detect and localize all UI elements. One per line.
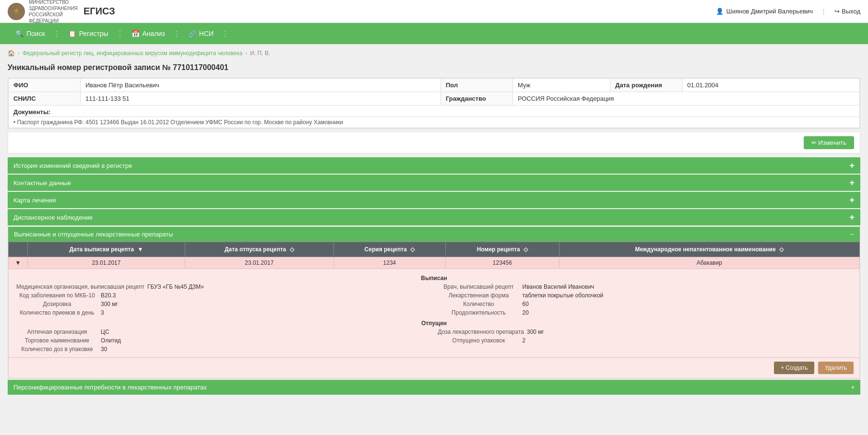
dispensed-r-label-1: Отпущено упаковок — [438, 337, 520, 344]
drug-table: Дата выписки рецепта ▼ Дата отпуска реце… — [8, 242, 860, 378]
sort-series-icon: ◇ — [410, 246, 415, 253]
analysis-icon: 📅 — [131, 30, 140, 37]
issued-r-label-3: Продолжительность — [438, 309, 520, 316]
edit-button-area: ✏ Изменить — [8, 132, 860, 153]
th-number[interactable]: Номер рецепта ◇ — [446, 242, 559, 257]
dispensed-value-0: ЦС — [101, 329, 109, 335]
drug-bottom-buttons: + Создать Удалить — [9, 357, 859, 378]
sort-date-dispensed-icon: ◇ — [290, 246, 294, 253]
ministry-name: МИНИСТЕРСТВО ЗДРАВООХРАНЕНИЯ РОССИЙСКОЙ … — [29, 0, 72, 24]
doc-text: • Паспорт гражданина РФ: 4501 123466 Выд… — [9, 117, 860, 128]
dispensed-r-value-1: 2 — [523, 337, 526, 344]
edit-button[interactable]: ✏ Изменить — [804, 136, 854, 149]
section-dispensary-toggle: + — [849, 213, 855, 222]
nav-sep-3: ⋮ — [173, 29, 180, 38]
dispensed-label-2: Количество доз в упаковке — [16, 346, 98, 353]
exit-icon: ↪ — [834, 8, 840, 15]
drug-table-header-row: Дата выписки рецепта ▼ Дата отпуска реце… — [9, 242, 860, 257]
top-bar-right: 👤 Шиянов Дмитрий Валерьевич ⋮ ↪ Выход — [716, 8, 860, 15]
section-treatment-label: Карта лечения — [13, 197, 56, 204]
record-title: Уникальный номер регистровой записи № 77… — [8, 63, 860, 72]
system-title: ЕГИСЗ — [83, 6, 115, 17]
nav-bar: 🔍 Поиск ⋮ 📋 Регистры ⋮ 📅 Анализ ⋮ 🔗 НСИ … — [0, 23, 868, 44]
issued-label-2: Дозировка — [16, 301, 98, 307]
breadcrumb: 🏠 › Федеральный регистр лиц, инфицирован… — [8, 50, 860, 57]
logo-area: ⚜ МИНИСТЕРСТВО ЗДРАВООХРАНЕНИЯ РОССИЙСКО… — [8, 0, 72, 24]
nav-analysis[interactable]: 📅 Анализ — [124, 23, 173, 44]
section-history-toggle: + — [849, 161, 855, 170]
nav-registries[interactable]: 📋 Регистры — [60, 23, 116, 44]
user-icon: 👤 — [716, 8, 724, 15]
th-date-dispensed[interactable]: Дата отпуска рецепта ◇ — [185, 242, 333, 257]
docs-label: Документы: — [9, 106, 860, 117]
section-contacts-label: Контактные данные — [13, 179, 71, 187]
nav-search-label: Поиск — [26, 30, 45, 37]
breadcrumb-registry[interactable]: Федеральный регистр лиц, инфицированных … — [23, 50, 242, 57]
issued-value-1: B20.3 — [101, 292, 116, 299]
row-series: 1234 — [333, 257, 445, 269]
issued-r-value-0: Иванов Василий Иванович — [523, 283, 595, 290]
issued-r-value-1: таблетки покрытые оболочкой — [523, 292, 604, 299]
section-treatment[interactable]: Карта лечения + — [8, 192, 860, 208]
th-inn[interactable]: Международное непатентованное наименован… — [559, 242, 859, 257]
patient-card: ФИО Иванов Пётр Васильевич Пол Муж Дата … — [8, 78, 860, 129]
breadcrumb-sep-1: › — [18, 50, 20, 57]
th-number-label: Номер рецепта — [477, 246, 520, 253]
divider: ⋮ — [820, 8, 827, 15]
dispensed-value-1: Олитид — [101, 337, 121, 344]
section-contacts-toggle: + — [849, 178, 855, 187]
breadcrumb-sep-2: › — [245, 50, 247, 57]
create-button[interactable]: + Создать — [774, 362, 814, 374]
drug-section-label: Выписанные и отпущенные лекарственные пр… — [14, 231, 173, 238]
section-contacts[interactable]: Контактные данные + — [8, 175, 860, 191]
snils-value: 111-111-133 51 — [81, 92, 441, 106]
drug-section-header[interactable]: Выписанные и отпущенные лекарственные пр… — [8, 227, 860, 242]
row-expand-icon[interactable]: ▼ — [9, 257, 28, 269]
dispensed-r-value-0: 300 мг — [527, 329, 544, 335]
sort-date-issued-icon: ▼ — [137, 246, 143, 253]
dispensed-value-2: 30 — [101, 346, 107, 353]
section-treatment-toggle: + — [849, 196, 855, 204]
issued-value-2: 300 мг — [101, 301, 118, 307]
nav-search[interactable]: 🔍 Поиск — [8, 23, 53, 44]
section-personified-toggle: + — [851, 384, 855, 391]
section-personified-label: Персонифицированные потребности в лекарс… — [13, 384, 207, 391]
main-content: 🏠 › Федеральный регистр лиц, инфицирован… — [0, 44, 868, 435]
citizenship-label: Гражданство — [440, 92, 512, 106]
row-number: 123456 — [446, 257, 559, 269]
nav-sep-4: ⋮ — [221, 29, 229, 38]
citizenship-value: РОССИЯ Российская Федерация — [512, 92, 859, 106]
th-date-issued[interactable]: Дата выписки рецепта ▼ — [28, 242, 185, 257]
issued-r-label-0: Врач, выписавший рецепт — [438, 283, 520, 290]
fio-label: ФИО — [9, 79, 81, 92]
section-history[interactable]: История изменений сведений в регистре + — [8, 157, 860, 174]
table-row[interactable]: ▼ 23.01.2017 23.01.2017 1234 123456 Абак… — [9, 257, 860, 269]
issued-label-1: Код заболевания по МКБ-10 — [16, 292, 98, 299]
pol-value: Муж — [512, 79, 610, 92]
breadcrumb-home[interactable]: 🏠 — [8, 50, 15, 57]
issued-value-0: ГБУЗ «ГБ №45 ДЗМ» — [147, 283, 204, 290]
nav-sep-2: ⋮ — [116, 29, 124, 38]
nav-analysis-label: Анализ — [143, 30, 165, 37]
section-dispensary[interactable]: Диспансерное наблюдение + — [8, 209, 860, 225]
issued-label: Выписан — [16, 275, 852, 282]
dispensed-label-1: Торговое наименование — [16, 337, 98, 344]
patient-row-fio: ФИО Иванов Пётр Васильевич Пол Муж Дата … — [9, 79, 860, 92]
dispensed-label-0: Аптечная организация — [16, 329, 98, 335]
section-personified[interactable]: Персонифицированные потребности в лекарс… — [8, 380, 860, 395]
th-series[interactable]: Серия рецепта ◇ — [333, 242, 445, 257]
row-inn: Абакавир — [559, 257, 859, 269]
ministry-emblem: ⚜ — [8, 3, 25, 20]
nav-nsi[interactable]: 🔗 НСИ — [180, 23, 221, 44]
delete-button[interactable]: Удалить — [818, 362, 854, 374]
search-icon: 🔍 — [15, 30, 24, 37]
row-date-dispensed: 23.01.2017 — [185, 257, 333, 269]
nav-registries-label: Регистры — [79, 30, 108, 37]
issued-r-value-2: 60 — [523, 301, 529, 307]
patient-row-docs: • Паспорт гражданина РФ: 4501 123466 Выд… — [9, 117, 860, 128]
issued-field-right: Врач, выписавший рецепт Иванов Василий И… — [438, 282, 852, 317]
th-series-label: Серия рецепта — [365, 246, 407, 253]
drug-section-toggle: − — [850, 231, 854, 238]
exit-button[interactable]: ↪ Выход — [834, 8, 860, 15]
issued-r-label-2: Количество — [438, 301, 520, 307]
